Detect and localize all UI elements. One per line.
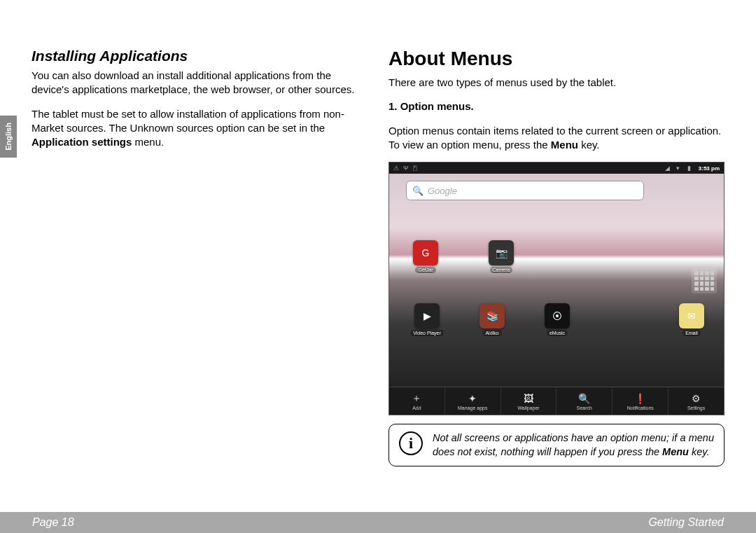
- app-camera[interactable]: 📷 Camera: [484, 240, 518, 273]
- page-number: Page 18: [32, 516, 74, 529]
- info-text: Not all screens or applications have an …: [433, 431, 714, 459]
- status-time: 3:53 pm: [699, 165, 720, 172]
- menu-add[interactable]: ＋ Add: [389, 387, 445, 415]
- option-menus-desc: Option menus contain items related to th…: [388, 124, 724, 153]
- search-bar[interactable]: 🔍 Google: [406, 181, 644, 200]
- android-icon: ⍞: [413, 165, 420, 172]
- left-column: Installing Applications You can also dow…: [31, 48, 368, 510]
- wallpaper-icon: 🖼: [523, 393, 534, 404]
- section-name: Getting Started: [648, 516, 724, 529]
- notifications-icon: ❗: [635, 393, 646, 404]
- status-bar: ⚠ Ψ ⍞ ◢ ▾ ▮ 3:53 pm: [389, 162, 724, 174]
- warning-icon: ⚠: [393, 165, 400, 172]
- right-column: About Menus There are two types of menus…: [388, 48, 724, 510]
- settings-icon: ⚙: [691, 393, 702, 404]
- battery-icon: ▮: [687, 165, 694, 172]
- manage-icon: ✦: [467, 393, 478, 404]
- menu-manage-apps[interactable]: ✦ Manage apps: [445, 387, 501, 415]
- app-drawer-button[interactable]: [692, 268, 717, 293]
- info-note: i Not all screens or applications have a…: [388, 424, 724, 466]
- search-placeholder: Google: [428, 186, 457, 196]
- usb-icon: Ψ: [403, 165, 410, 172]
- page-footer: Page 18 Getting Started: [0, 512, 756, 533]
- language-tab: English: [0, 116, 17, 158]
- app-video[interactable]: ▶ Video Player: [410, 303, 444, 336]
- menus-intro: There are two types of menus used by the…: [388, 76, 724, 90]
- menu-notifications[interactable]: ❗ Notifications: [612, 387, 668, 415]
- tablet-screenshot: ⚠ Ψ ⍞ ◢ ▾ ▮ 3:53 pm 🔍 Google: [388, 162, 724, 415]
- info-icon: i: [399, 431, 423, 455]
- about-menus-title: About Menus: [388, 48, 724, 70]
- option-menu-bar: ＋ Add ✦ Manage apps 🖼 Wallpaper 🔍 Search…: [389, 387, 724, 415]
- app-settings-bold: Application settings: [31, 136, 132, 148]
- installing-heading: Installing Applications: [31, 48, 368, 64]
- menu-key-bold: Menu: [551, 139, 578, 151]
- menu-settings[interactable]: ⚙ Settings: [668, 387, 724, 415]
- emusic-icon: ⦿: [545, 303, 570, 328]
- page-content: Installing Applications You can also dow…: [31, 48, 724, 510]
- app-email[interactable]: ✉ Email: [679, 303, 704, 336]
- video-icon: ▶: [414, 303, 440, 328]
- menu-wallpaper[interactable]: 🖼 Wallpaper: [501, 387, 557, 415]
- camera-icon: 📷: [489, 240, 514, 265]
- email-icon: ✉: [679, 303, 704, 328]
- signal-icon: ◢: [665, 165, 672, 172]
- option-menus-heading: 1. Option menus.: [388, 99, 724, 113]
- aldiko-icon: 📚: [479, 303, 505, 328]
- add-icon: ＋: [411, 393, 422, 404]
- home-screen: 🔍 Google G GetJar 📷 Camera: [389, 174, 724, 387]
- app-aldiko[interactable]: 📚 Aldiko: [475, 303, 509, 336]
- app-row-1: G GetJar 📷 Camera: [409, 240, 518, 273]
- installing-p1: You can also download an install additio…: [31, 69, 368, 97]
- language-tab-label: English: [4, 123, 13, 151]
- search-icon: 🔍: [412, 186, 424, 196]
- menu-search-icon: 🔍: [579, 393, 590, 404]
- menu-search[interactable]: 🔍 Search: [556, 387, 612, 415]
- installing-p2: The tablet must be set to allow installa…: [31, 107, 368, 150]
- app-getjar[interactable]: G GetJar: [409, 240, 442, 273]
- wifi-icon: ▾: [676, 165, 683, 172]
- app-emusic[interactable]: ⦿ eMusic: [540, 303, 574, 336]
- app-row-2: ▶ Video Player 📚 Aldiko ⦿ eMusic: [410, 303, 574, 336]
- getjar-icon: G: [413, 240, 438, 265]
